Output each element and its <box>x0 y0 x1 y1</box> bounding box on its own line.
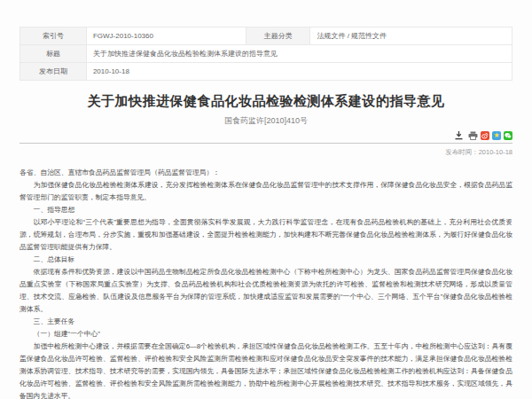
document-info-table: 索引号 FGWJ-2010-10360 主题分类 法规文件 / 规范性文件 标题… <box>20 27 512 81</box>
info-value-title: 关于加快推进保健食品化妆品检验检测体系建设的指导意见 <box>86 45 512 63</box>
paragraph-main-task: 加强中检所检测中心建设，并根据需要在全国确定6—8个检验机构，承担区域性保健食品… <box>20 340 512 399</box>
section-heading-2: 二、总体目标 <box>20 254 512 266</box>
paragraph-intro: 为加强保健食品化妆品检验检测体系建设，充分发挥检验检测体系在保健食品化妆品监督管… <box>20 179 512 204</box>
publish-time-label: 发布时间： <box>445 148 479 156</box>
info-value-index-number: FGWJ-2010-10360 <box>86 27 246 45</box>
info-label-publish-date: 发布日期 <box>20 63 87 81</box>
publish-time: 发布时间：2010-10-18 <box>20 148 512 157</box>
paragraph-overall-goal: 依据现有条件和优势资源，建设以中国药品生物制品检定所食品化妆品检验检测中心（下称… <box>20 266 512 316</box>
table-row: 索引号 FGWJ-2010-10360 主题分类 法规文件 / 规范性文件 <box>20 27 512 45</box>
article-body: 各省、自治区、直辖市食品药品监督管理局（药品监督管理局）： 为加强保健食品化妆品… <box>20 167 512 399</box>
wechat-share-icon[interactable] <box>504 131 512 140</box>
info-label-index-number: 索引号 <box>20 27 87 45</box>
page-title: 关于加快推进保健食品化妆品检验检测体系建设的指导意见 <box>20 93 512 109</box>
section-heading-3: 三、主要任务 <box>20 316 512 328</box>
section-heading-1: 一、指导思想 <box>20 204 512 216</box>
info-label-subject-category: 主题分类 <box>246 27 310 45</box>
document-page: 索引号 FGWJ-2010-10360 主题分类 法规文件 / 规范性文件 标题… <box>20 27 512 399</box>
table-row: 发布日期 2010-10-18 <box>20 63 512 81</box>
star-glyph: ★ <box>493 131 499 138</box>
print-icon[interactable] <box>468 131 478 140</box>
info-value-publish-date: 2010-10-18 <box>86 63 512 81</box>
article-toolbar: ★ <box>20 130 512 140</box>
doc-number: 国食药监许[2010]410号 <box>20 115 512 127</box>
download-icon[interactable] <box>455 131 463 140</box>
info-value-subject-category: 法规文件 / 规范性文件 <box>310 27 512 45</box>
paragraph-salutation: 各省、自治区、直辖市食品药品监督管理局（药品监督管理局）： <box>20 167 512 179</box>
divider <box>20 143 512 144</box>
weibo-share-icon[interactable] <box>481 131 489 140</box>
paragraph-guiding-ideology: 以邓小平理论和“三个代表”重要思想为指导，全面贯彻落实科学发展观，大力践行科学监… <box>20 216 512 254</box>
qzone-share-icon[interactable]: ★ <box>492 131 501 140</box>
publish-time-value: 2010-10-18 <box>479 148 512 156</box>
subsection-heading-3-1: （一）组建“一个中心” <box>20 328 512 340</box>
info-label-title: 标题 <box>20 45 87 63</box>
table-row: 标题 关于加快推进保健食品化妆品检验检测体系建设的指导意见 <box>20 45 512 63</box>
